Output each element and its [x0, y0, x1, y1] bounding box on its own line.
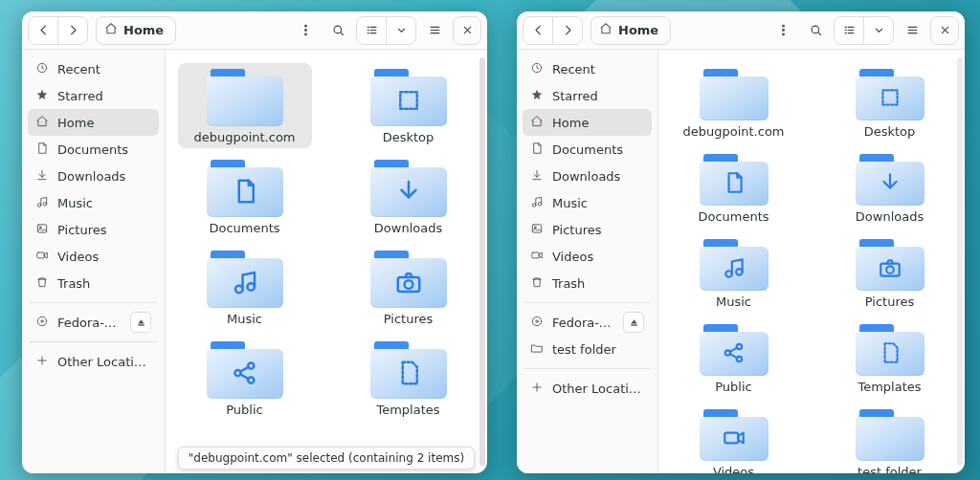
svg-point-27	[41, 319, 43, 321]
folder-item[interactable]: Desktop	[828, 63, 952, 142]
svg-rect-29	[138, 324, 144, 325]
folder-item[interactable]: Videos	[672, 404, 796, 473]
sidebar-item-recent[interactable]: Recent	[28, 55, 159, 82]
scrollbar[interactable]	[479, 57, 485, 466]
folder-item[interactable]: Documents	[672, 148, 796, 228]
sidebar-item-fedora-ws-li-[interactable]: Fedora-WS-Li…	[28, 309, 159, 336]
sidebar-item-pictures[interactable]: Pictures	[28, 216, 159, 243]
folder-item[interactable]: Public	[672, 318, 796, 398]
file-manager-window-right: Home RecentStarredHomeDocumentsDownloads…	[517, 11, 965, 473]
close-window-button[interactable]	[930, 16, 959, 45]
sidebar-item-videos[interactable]: Videos	[28, 243, 159, 270]
trash-icon	[35, 275, 49, 292]
view-dropdown-button[interactable]	[387, 17, 415, 44]
svg-rect-75	[882, 90, 897, 104]
sidebar-item-downloads[interactable]: Downloads	[28, 163, 159, 189]
sidebar-item-label: Music	[552, 196, 588, 210]
picture-icon	[530, 222, 544, 238]
folder-icon	[370, 69, 447, 126]
path-home[interactable]: Home	[590, 16, 671, 45]
sidebar-item-label: test folder	[552, 342, 616, 357]
svg-rect-24	[37, 252, 45, 258]
folder-label: Music	[227, 312, 262, 326]
folder-item[interactable]: debugpoint.com	[178, 63, 312, 148]
folder-icon	[856, 239, 924, 291]
svg-rect-86	[724, 432, 738, 443]
sidebar-item-documents[interactable]: Documents	[523, 136, 652, 163]
sidebar-item-home[interactable]: Home	[28, 109, 159, 136]
folder-item[interactable]: test folder	[828, 404, 952, 473]
forward-button[interactable]	[58, 17, 87, 44]
eject-button[interactable]	[130, 312, 151, 333]
sidebar-item-music[interactable]: Music	[523, 189, 652, 216]
star-fill-icon	[530, 88, 544, 104]
sidebar-item-recent[interactable]: Recent	[523, 55, 652, 82]
icon-view-button[interactable]	[835, 17, 863, 44]
music-icon	[35, 195, 49, 211]
hamburger-menu-button[interactable]	[420, 16, 449, 45]
svg-point-45	[782, 33, 784, 35]
icon-view-button[interactable]	[357, 17, 386, 44]
folder-item[interactable]: Music	[672, 233, 796, 313]
folder-item[interactable]: Pictures	[828, 233, 952, 313]
folder-item[interactable]: Public	[178, 336, 312, 421]
view-dropdown-button[interactable]	[864, 17, 893, 44]
forward-button[interactable]	[553, 17, 582, 44]
scrollbar[interactable]	[957, 57, 963, 466]
eject-button[interactable]	[623, 312, 644, 333]
folder-label: Downloads	[374, 221, 442, 235]
folder-icon	[856, 409, 924, 461]
sidebar-item-other-locations[interactable]: Other Locations	[28, 348, 159, 375]
path-home[interactable]: Home	[96, 16, 176, 45]
folder-item[interactable]: Templates	[342, 336, 476, 421]
sidebar-item-starred[interactable]: Starred	[28, 82, 159, 109]
folder-label: Videos	[713, 465, 754, 473]
sidebar-item-music[interactable]: Music	[28, 189, 159, 216]
back-button[interactable]	[523, 17, 552, 44]
svg-point-1	[304, 30, 306, 32]
clock-icon	[35, 61, 49, 77]
search-button[interactable]	[323, 16, 352, 45]
kebab-menu-button[interactable]	[291, 16, 320, 45]
close-window-button[interactable]	[453, 16, 481, 45]
sidebar-item-test-folder[interactable]: test folder	[523, 336, 652, 362]
sidebar-item-fedora-ws-l-[interactable]: Fedora-WS-L…	[523, 309, 652, 336]
folder-icon	[207, 69, 283, 126]
folder-item[interactable]: Desktop	[342, 63, 476, 148]
sidebar-item-label: Music	[57, 196, 93, 210]
sidebar-item-other-locations[interactable]: Other Locations	[523, 375, 652, 402]
path-label: Home	[123, 23, 164, 37]
home-icon	[530, 115, 544, 131]
sidebar-item-label: Documents	[552, 142, 623, 157]
star-fill-icon	[35, 88, 49, 104]
folder-item[interactable]: Templates	[828, 318, 952, 398]
sidebar-item-downloads[interactable]: Downloads	[523, 163, 652, 189]
folder-item[interactable]: Downloads	[342, 154, 476, 239]
folder-item[interactable]: debugpoint.com	[672, 63, 796, 142]
sidebar-item-videos[interactable]: Videos	[523, 243, 652, 270]
svg-point-37	[404, 280, 412, 289]
svg-point-2	[304, 33, 306, 35]
kebab-menu-button[interactable]	[768, 16, 797, 45]
folder-item[interactable]: Downloads	[828, 148, 952, 228]
sidebar-item-pictures[interactable]: Pictures	[523, 216, 652, 243]
sidebar-item-trash[interactable]: Trash	[523, 270, 652, 296]
folder-item[interactable]: Documents	[178, 154, 312, 239]
folder-icon	[700, 324, 768, 376]
sidebar-item-label: Home	[57, 116, 94, 130]
file-manager-window-left: Home RecentStarredHomeDocumentsDownloads…	[22, 11, 487, 473]
sidebar-item-starred[interactable]: Starred	[523, 82, 652, 109]
folder-icon	[700, 154, 768, 206]
disk-icon	[530, 315, 544, 331]
folder-item[interactable]: Pictures	[342, 245, 476, 330]
search-button[interactable]	[801, 16, 830, 45]
back-button[interactable]	[29, 17, 57, 44]
folder-label: Pictures	[865, 295, 914, 309]
folder-item[interactable]: Music	[178, 245, 312, 330]
hamburger-menu-button[interactable]	[898, 16, 926, 45]
sidebar-item-documents[interactable]: Documents	[28, 136, 159, 163]
svg-point-66	[534, 226, 536, 228]
sidebar-item-home[interactable]: Home	[523, 109, 652, 136]
svg-marker-28	[138, 319, 144, 323]
sidebar-item-trash[interactable]: Trash	[28, 270, 159, 296]
